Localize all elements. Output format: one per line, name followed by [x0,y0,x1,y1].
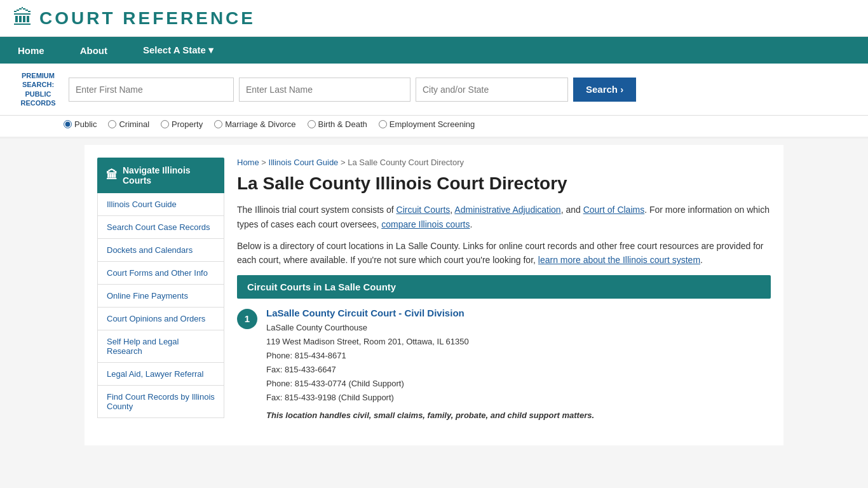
link-learn-more[interactable]: learn more about the Illinois court syst… [538,255,700,265]
sidebar-item-label: Search Court Case Records [107,222,210,232]
link-court-of-claims[interactable]: Court of Claims [583,205,644,215]
main-nav: Home About Select A State ▾ [0,37,868,64]
sidebar-item-dockets[interactable]: Dockets and Calendars [97,239,224,262]
sidebar-item-opinions[interactable]: Court Opinions and Orders [97,308,224,330]
sidebar-item-label: Dockets and Calendars [107,245,193,255]
court-icon: 🏛 [106,169,118,182]
sidebar-item-label: Illinois Court Guide [107,200,177,209]
radio-marriage[interactable]: Marriage & Divorce [214,119,295,129]
first-name-input[interactable] [69,78,234,102]
link-circuit-courts[interactable]: Circuit Courts [397,205,451,215]
court-fax1: Fax: 815-433-6647 [266,363,594,377]
sidebar-item-search-records[interactable]: Search Court Case Records [97,216,224,239]
last-name-input[interactable] [239,78,410,102]
court-address: 119 West Madison Street, Room 201, Ottaw… [266,335,594,349]
sidebar-item-label: Legal Aid, Lawyer Referral [107,369,203,379]
main-content: 🏛 Navigate Illinois Courts Illinois Cour… [85,145,783,445]
content-area: Home > Illinois Court Guide > La Salle C… [237,158,771,433]
site-header: 🏛 COURT REFERENCE [0,0,868,37]
court-entry-1: 1 LaSalle County Circuit Court - Civil D… [237,308,771,423]
court-handles: This location handles civil, small claim… [266,409,594,423]
sidebar-item-legal-aid[interactable]: Legal Aid, Lawyer Referral [97,363,224,386]
nav-select-state[interactable]: Select A State ▾ [125,37,231,64]
sidebar-item-label: Court Forms and Other Info [107,268,208,278]
radio-public[interactable]: Public [64,119,97,129]
breadcrumb-guide[interactable]: Illinois Court Guide [269,158,339,167]
site-title: COURT REFERENCE [39,8,255,29]
intro-paragraph-2: Below is a directory of court locations … [237,239,771,268]
court-fax2: Fax: 815-433-9198 (Child Support) [266,391,594,405]
court-building: LaSalle County Courthouse [266,321,594,335]
link-admin-adjudication[interactable]: Administrative Adjudication [454,205,560,215]
city-state-input[interactable] [416,78,568,102]
radio-criminal[interactable]: Criminal [108,119,149,129]
record-type-row: Public Criminal Property Marriage & Divo… [0,116,868,139]
sidebar-item-label: Self Help and Legal Research [107,337,179,356]
link-compare-courts[interactable]: compare Illinois courts [381,219,470,229]
logo-icon: 🏛 [13,6,33,30]
page-title: La Salle County Illinois Court Directory [237,173,771,194]
court-number: 1 [237,309,257,329]
intro-paragraph-1: The Illinois trial court system consists… [237,203,771,231]
premium-label: PREMIUM SEARCH: PUBLIC RECORDS [13,71,64,107]
radio-birth[interactable]: Birth & Death [308,119,367,129]
sidebar-nav-header: 🏛 Navigate Illinois Courts [97,158,224,193]
section-header: Circuit Courts in La Salle County [237,275,771,299]
nav-home[interactable]: Home [0,37,62,64]
court-phone2: Phone: 815-433-0774 (Child Support) [266,377,594,391]
search-button[interactable]: Search › [573,78,636,102]
sidebar-item-self-help[interactable]: Self Help and Legal Research [97,330,224,363]
court-phone1: Phone: 815-434-8671 [266,349,594,363]
radio-property[interactable]: Property [161,119,203,129]
sidebar-item-label: Court Opinions and Orders [107,314,205,323]
court-name[interactable]: LaSalle County Circuit Court - Civil Div… [266,308,594,318]
sidebar-item-find-records[interactable]: Find Court Records by Illinois County [97,386,224,418]
radio-employment[interactable]: Employment Screening [379,119,475,129]
nav-about[interactable]: About [62,37,125,64]
search-bar: PREMIUM SEARCH: PUBLIC RECORDS Search › [0,64,868,116]
sidebar-item-fine-payments[interactable]: Online Fine Payments [97,285,224,308]
sidebar-nav-title: Navigate Illinois Courts [123,165,215,186]
sidebar-item-court-forms[interactable]: Court Forms and Other Info [97,262,224,285]
sidebar-item-illinois-guide[interactable]: Illinois Court Guide [97,193,224,216]
breadcrumb: Home > Illinois Court Guide > La Salle C… [237,158,771,167]
sidebar: 🏛 Navigate Illinois Courts Illinois Cour… [97,158,224,433]
sidebar-item-label: Find Court Records by Illinois County [107,392,215,411]
court-info: LaSalle County Circuit Court - Civil Div… [266,308,594,423]
breadcrumb-home[interactable]: Home [237,158,259,167]
breadcrumb-current: La Salle County Court Directory [348,158,464,167]
sidebar-item-label: Online Fine Payments [107,291,188,301]
